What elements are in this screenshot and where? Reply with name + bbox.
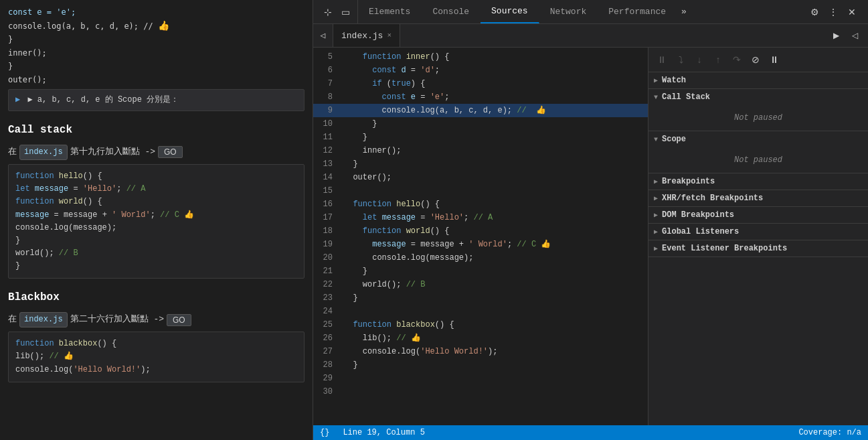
blackbox-title: Blackbox xyxy=(8,289,305,307)
watch-label: Watch xyxy=(662,76,686,85)
pause-button[interactable]: ⏸ xyxy=(654,52,670,68)
code-line-23: 23 } xyxy=(313,291,648,305)
code-line-26: 26 lib(); // 👍 xyxy=(313,332,648,345)
file-tab-indexjs[interactable]: index.js × xyxy=(333,24,400,47)
blackbox-file-badge: index.js xyxy=(19,312,68,327)
braces-icon: {} xyxy=(320,428,329,437)
file-tab-controls: ▶ ◁ xyxy=(822,27,868,44)
devtools-tab-bar: ⊹ ▭ Elements Console Sources Network Per… xyxy=(313,0,868,24)
file-tab-name: index.js xyxy=(341,31,383,41)
section-dom: ▶ DOM Breakpoints xyxy=(648,207,868,224)
code-line-6: 6 const d = 'd'; xyxy=(313,64,648,77)
breakpoints-arrow: ▶ xyxy=(654,177,658,186)
close-devtools-icon[interactable]: ✕ xyxy=(844,4,860,20)
dom-section-header[interactable]: ▶ DOM Breakpoints xyxy=(648,207,868,223)
code-text: outer(); xyxy=(8,73,47,86)
blackbox-code-snippet: function blackbox() { lib(); // 👍 consol… xyxy=(8,332,305,382)
code-line-11: 11 } xyxy=(313,131,648,144)
code-line-15: 15 xyxy=(313,184,648,198)
xhr-section-header[interactable]: ▶ XHR/fetch Breakpoints xyxy=(648,190,868,206)
code-line-18: 18 function world() { xyxy=(313,224,648,238)
blackbox-go-button[interactable]: GO xyxy=(167,314,191,326)
scope-arrow: ▼ xyxy=(654,136,658,143)
debugger-toolbar: ⏸ ⤵ ↓ ↑ ↷ ⊘ ⏸ xyxy=(648,48,868,72)
cursor-icon[interactable]: ⊹ xyxy=(320,4,336,20)
file-tab-bar: ◁ index.js × ▶ ◁ xyxy=(313,24,868,48)
code-text: inner(); xyxy=(8,46,47,60)
step-button[interactable]: ↷ xyxy=(729,52,745,68)
file-tab-close-icon[interactable]: × xyxy=(387,31,392,40)
status-braces[interactable]: {} xyxy=(320,428,329,437)
global-listeners-section-header[interactable]: ▶ Global Listeners xyxy=(648,224,868,240)
scope-label-line: ▶ ▶ a, b, c, d, e 的 Scope 分別是： xyxy=(8,89,305,111)
blackbox-info-line: 在 index.js 第二十六行加入斷點 -> GO xyxy=(8,312,305,327)
call-stack-line1: 在 xyxy=(8,145,17,159)
play-icon[interactable]: ▶ xyxy=(828,27,844,44)
section-scope: ▼ Scope Not paused xyxy=(648,131,868,173)
menu-icon[interactable]: ⋮ xyxy=(825,4,841,20)
blackbox-line1: 在 xyxy=(8,313,17,327)
code-line-16: 16 function hello() { xyxy=(313,198,648,211)
device-toggle-icon[interactable]: ▭ xyxy=(337,4,353,20)
section-watch: ▶ Watch xyxy=(648,72,868,89)
tab-toolbar-right: ⚙ ⋮ ✕ xyxy=(801,4,865,20)
status-coverage: Coverage: n/a xyxy=(798,428,861,437)
tab-sources[interactable]: Sources xyxy=(481,0,539,23)
code-line-20: 20 console.log(message); xyxy=(313,251,648,265)
code-text: } xyxy=(8,33,13,46)
step-over-button[interactable]: ⤵ xyxy=(673,52,689,68)
section-event-listeners: ▶ Event Listener Breakpoints xyxy=(648,240,868,257)
scope-section-header[interactable]: ▼ Scope xyxy=(648,131,868,147)
code-line-8: 8 const e = 'e'; xyxy=(313,90,648,104)
callstack-content: Not paused xyxy=(648,105,868,131)
breakpoints-label: Breakpoints xyxy=(662,177,715,186)
status-position: Line 19, Column 5 xyxy=(343,428,424,437)
code-line-9: 9 console.log(a, b, c, d, e); // 👍 xyxy=(313,104,648,117)
call-stack-go-button[interactable]: GO xyxy=(158,146,183,158)
global-listeners-arrow: ▶ xyxy=(654,228,658,236)
step-out-button[interactable]: ↑ xyxy=(710,52,726,68)
breakpoints-section-header[interactable]: ▶ Breakpoints xyxy=(648,173,868,190)
pause-on-exception-button[interactable]: ⏸ xyxy=(766,52,782,68)
tab-elements[interactable]: Elements xyxy=(358,0,422,23)
code-line-19: 19 message = message + ' World'; // C 👍 xyxy=(313,238,648,251)
code-text: } xyxy=(8,60,13,73)
xhr-arrow: ▶ xyxy=(654,194,658,202)
dom-arrow: ▶ xyxy=(654,211,658,219)
code-line-29: 29 xyxy=(313,372,648,385)
sidebar-toggle-icon[interactable]: ◁ xyxy=(313,24,333,48)
code-line-5: 5 function inner() { xyxy=(313,50,648,64)
dom-label: DOM Breakpoints xyxy=(662,210,734,220)
code-line-14: 14 outer(); xyxy=(313,171,648,184)
call-stack-file-badge: index.js xyxy=(19,145,68,160)
callstack-section-header[interactable]: ▼ Call Stack xyxy=(648,89,868,105)
top-code-block: const e = 'e'; console.log(a, b, c, d, e… xyxy=(8,5,305,86)
code-line-21: 21 } xyxy=(313,265,648,278)
call-stack-code-snippet: function hello() { let message = 'Hello'… xyxy=(8,164,305,279)
tab-console[interactable]: Console xyxy=(422,0,481,23)
right-sidebar: ⏸ ⤵ ↓ ↑ ↷ ⊘ ⏸ ▶ Watch xyxy=(648,48,868,425)
code-line-12: 12 inner(); xyxy=(313,144,648,157)
tab-network[interactable]: Network xyxy=(539,0,598,23)
main-tabs: Elements Console Sources Network Perform… xyxy=(358,0,801,23)
event-listeners-arrow: ▶ xyxy=(654,244,658,252)
tabs-more-button[interactable]: » xyxy=(677,7,691,17)
step-into-button[interactable]: ↓ xyxy=(691,52,707,68)
event-listeners-section-header[interactable]: ▶ Event Listener Breakpoints xyxy=(648,240,868,256)
tab-bar-icons: ⊹ ▭ xyxy=(316,0,358,23)
settings-icon[interactable]: ⚙ xyxy=(806,4,822,20)
call-stack-title: Call stack xyxy=(8,122,305,139)
scope-content: Not paused xyxy=(648,147,868,173)
tab-performance[interactable]: Performance xyxy=(598,0,677,23)
call-stack-info-line: 在 index.js 第十九行加入斷點 -> GO xyxy=(8,145,305,160)
scope-label-text: ▶ a, b, c, d, e 的 Scope 分別是： xyxy=(27,95,179,104)
code-line-25: 25 function blackbox() { xyxy=(313,318,648,332)
deactivate-breakpoints-button[interactable]: ⊘ xyxy=(748,52,764,68)
watch-section-header[interactable]: ▶ Watch xyxy=(648,72,868,88)
step-back-icon[interactable]: ◁ xyxy=(847,27,863,44)
status-bar: {} Line 19, Column 5 Coverage: n/a xyxy=(313,425,868,440)
code-editor: 5 function inner() { 6 const d = 'd'; 7 … xyxy=(313,48,648,425)
scope-arrow: ▶ xyxy=(15,95,20,104)
code-line-22: 22 world(); // B xyxy=(313,278,648,291)
scope-not-paused: Not paused xyxy=(734,155,782,165)
